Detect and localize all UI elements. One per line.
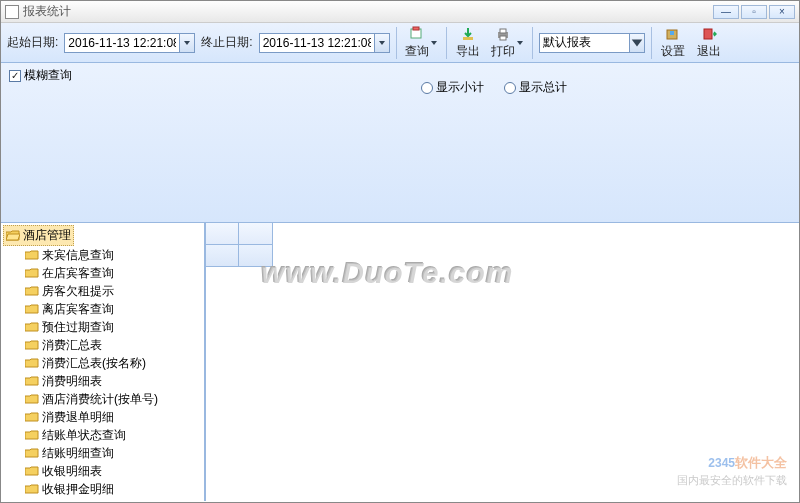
- minimize-button[interactable]: —: [713, 5, 739, 19]
- report-select-input[interactable]: [539, 33, 629, 53]
- separator: [651, 27, 652, 59]
- filter-panel: 模糊查询 显示小计 显示总计: [1, 63, 799, 223]
- start-date-picker[interactable]: [64, 33, 195, 53]
- tree-item[interactable]: 离店宾客查询: [23, 300, 204, 318]
- tree-item[interactable]: 结账明细查询: [23, 444, 204, 462]
- tree-item-label: 酒店消费统计(按单号): [42, 391, 158, 408]
- folder-icon: [25, 267, 39, 279]
- folder-open-icon: [6, 230, 20, 242]
- tree-item[interactable]: 消费明细表: [23, 372, 204, 390]
- fuzzy-search-checkbox[interactable]: 模糊查询: [9, 67, 791, 84]
- tree-item-label: 收银押金明细: [42, 481, 114, 498]
- folder-icon: [25, 393, 39, 405]
- folder-icon: [25, 285, 39, 297]
- folder-icon: [25, 321, 39, 333]
- tree-item-label: 在店宾客查询: [42, 265, 114, 282]
- separator: [396, 27, 397, 59]
- svg-rect-1: [413, 27, 419, 30]
- tree-item-label: 退账单统计: [42, 499, 102, 502]
- close-button[interactable]: ×: [769, 5, 795, 19]
- tree-root[interactable]: 酒店管理: [3, 225, 74, 246]
- tree-item[interactable]: 消费汇总表: [23, 336, 204, 354]
- start-date-label: 起始日期:: [7, 34, 58, 51]
- tree-pane[interactable]: 酒店管理 来宾信息查询在店宾客查询房客欠租提示离店宾客查询预住过期查询消费汇总表…: [1, 223, 205, 501]
- print-button[interactable]: 打印: [489, 26, 526, 60]
- tree-item[interactable]: 房客欠租提示: [23, 282, 204, 300]
- tree-item[interactable]: 结账单状态查询: [23, 426, 204, 444]
- tree-item-label: 消费汇总表: [42, 337, 102, 354]
- tree-item-label: 消费汇总表(按名称): [42, 355, 146, 372]
- tree-item[interactable]: 消费退单明细: [23, 408, 204, 426]
- start-date-input[interactable]: [64, 33, 179, 53]
- radio-icon: [504, 82, 516, 94]
- toolbar: 起始日期: 终止日期: 查询 导出 打印 设置: [1, 23, 799, 63]
- content-area: 酒店管理 来宾信息查询在店宾客查询房客欠租提示离店宾客查询预住过期查询消费汇总表…: [1, 223, 799, 501]
- show-subtotal-radio[interactable]: 显示小计: [421, 79, 484, 96]
- end-date-picker[interactable]: [259, 33, 390, 53]
- tree-item[interactable]: 收银押金明细: [23, 480, 204, 498]
- folder-icon: [25, 483, 39, 495]
- export-button[interactable]: 导出: [453, 26, 483, 60]
- dropdown-arrow-icon[interactable]: [516, 41, 524, 45]
- checkbox-icon: [9, 70, 21, 82]
- svg-rect-8: [704, 29, 712, 39]
- grid-row: [205, 245, 799, 267]
- subtotal-label: 显示小计: [436, 79, 484, 96]
- end-date-label: 终止日期:: [201, 34, 252, 51]
- export-icon: [460, 26, 476, 42]
- grid-cell[interactable]: [205, 245, 239, 267]
- folder-icon: [25, 249, 39, 261]
- folder-icon: [25, 465, 39, 477]
- tree-item[interactable]: 预住过期查询: [23, 318, 204, 336]
- tree-item-label: 消费明细表: [42, 373, 102, 390]
- tree-item-label: 收银明细表: [42, 463, 102, 480]
- folder-icon: [25, 411, 39, 423]
- folder-icon: [25, 429, 39, 441]
- maximize-button[interactable]: ▫: [741, 5, 767, 19]
- tree-item-label: 结账明细查询: [42, 445, 114, 462]
- app-icon: [5, 5, 19, 19]
- chevron-down-icon[interactable]: [179, 33, 195, 53]
- tree-item[interactable]: 退账单统计: [23, 498, 204, 501]
- chevron-down-icon[interactable]: [629, 33, 645, 53]
- settings-button[interactable]: 设置: [658, 26, 688, 60]
- tree-item-label: 结账单状态查询: [42, 427, 126, 444]
- end-date-input[interactable]: [259, 33, 374, 53]
- separator: [532, 27, 533, 59]
- svg-rect-7: [670, 31, 674, 35]
- window-title: 报表统计: [23, 3, 713, 20]
- grid-pane[interactable]: [205, 223, 799, 501]
- query-button[interactable]: 查询: [403, 26, 440, 60]
- tree-item[interactable]: 在店宾客查询: [23, 264, 204, 282]
- folder-icon: [25, 357, 39, 369]
- folder-icon: [25, 303, 39, 315]
- grid-header-cell[interactable]: [205, 223, 239, 245]
- search-icon: [409, 26, 425, 42]
- tree-item-label: 来宾信息查询: [42, 247, 114, 264]
- grid-header-row: [205, 223, 799, 245]
- total-label: 显示总计: [519, 79, 567, 96]
- fuzzy-search-label: 模糊查询: [24, 67, 72, 84]
- printer-icon: [495, 26, 511, 42]
- svg-rect-4: [500, 29, 506, 33]
- radio-icon: [421, 82, 433, 94]
- report-select[interactable]: [539, 33, 645, 53]
- grid-cell[interactable]: [239, 245, 273, 267]
- exit-button[interactable]: 退出: [694, 26, 724, 60]
- tree-item-label: 预住过期查询: [42, 319, 114, 336]
- tree-item-label: 房客欠租提示: [42, 283, 114, 300]
- svg-rect-2: [463, 37, 473, 40]
- chevron-down-icon[interactable]: [374, 33, 390, 53]
- show-total-radio[interactable]: 显示总计: [504, 79, 567, 96]
- tree-root-label: 酒店管理: [23, 227, 71, 244]
- svg-rect-5: [500, 36, 506, 40]
- tree-item-label: 消费退单明细: [42, 409, 114, 426]
- tree-item[interactable]: 来宾信息查询: [23, 246, 204, 264]
- tree-item[interactable]: 酒店消费统计(按单号): [23, 390, 204, 408]
- folder-icon: [25, 339, 39, 351]
- tree-item[interactable]: 收银明细表: [23, 462, 204, 480]
- exit-icon: [701, 26, 717, 42]
- dropdown-arrow-icon[interactable]: [430, 41, 438, 45]
- tree-item[interactable]: 消费汇总表(按名称): [23, 354, 204, 372]
- grid-header-cell[interactable]: [239, 223, 273, 245]
